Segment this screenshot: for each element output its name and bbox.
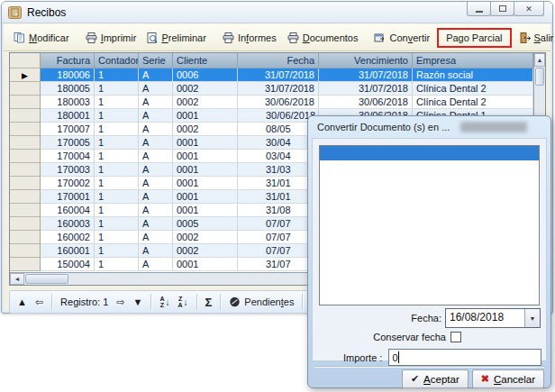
row-selector[interactable]: ▶ — [10, 136, 41, 150]
aceptar-button[interactable]: ✔ Aceptar — [402, 369, 469, 388]
salir-button[interactable]: Salir — [514, 29, 555, 47]
list-item[interactable] — [320, 175, 539, 189]
modificar-label: Modificar — [29, 32, 69, 43]
row-selector[interactable]: ▶ — [10, 231, 41, 244]
row-selector[interactable]: ▶ — [10, 68, 41, 82]
cell-factura: 180005 — [41, 82, 95, 96]
list-item[interactable] — [320, 146, 539, 160]
stamp-icon — [229, 296, 241, 307]
cancelar-button[interactable]: ✖ Cancelar — [472, 369, 544, 388]
navbar-separator — [150, 294, 151, 310]
minimize-button[interactable] — [467, 2, 491, 16]
conversion-options-listbox[interactable] — [319, 145, 540, 305]
previous-record-button[interactable]: ⇦ — [35, 296, 43, 308]
documentos-button[interactable]: Documentos — [282, 29, 364, 47]
header-factura[interactable]: Factura — [41, 53, 95, 68]
row-selector[interactable]: ▶ — [10, 177, 41, 190]
sort-ascending-button[interactable]: AZ ↓ — [159, 296, 169, 308]
cell-contador: 1 — [95, 244, 139, 258]
fecha-value[interactable]: 16/08/2018 — [446, 309, 524, 327]
horizontal-scroll-thumb[interactable] — [25, 274, 68, 284]
sort-descending-button[interactable]: ZA ↓ — [177, 296, 187, 308]
check-icon: ✔ — [411, 373, 419, 385]
cell-contador: 1 — [95, 96, 139, 109]
cell-factura: 170005 — [41, 136, 95, 150]
informes-label: Informes — [238, 32, 277, 43]
cell-factura: 160002 — [41, 231, 95, 244]
window-title: Recibos — [27, 6, 66, 19]
modificar-button[interactable]: Modificar — [8, 28, 75, 47]
header-vencimiento[interactable]: Vencimiento — [319, 53, 413, 68]
row-selector[interactable]: ▶ — [10, 204, 41, 217]
cell-factura: 180003 — [41, 96, 95, 109]
red-highlight-annotation: Pago Parcial — [437, 28, 511, 48]
row-selector[interactable]: ▶ — [10, 163, 41, 177]
table-row[interactable]: ▶ 180003 1 A 0002 30/06/2018 30/06/2018 … — [10, 96, 533, 109]
cell-cliente: 0002 — [173, 231, 238, 244]
close-button[interactable]: ✕ — [514, 2, 544, 16]
redacted-text — [460, 122, 527, 132]
row-selector[interactable]: ▶ — [10, 109, 41, 123]
cell-vencimiento: 30/06/2018 — [319, 96, 413, 109]
fecha-combobox[interactable]: 16/08/2018 ▼ — [445, 308, 541, 328]
window-controls: ✕ — [468, 2, 544, 16]
recibos-app-icon — [8, 6, 22, 19]
cell-cliente: 0006 — [173, 68, 238, 82]
print-preview-icon — [147, 32, 158, 43]
last-record-button[interactable]: ▼ — [133, 296, 143, 307]
navbar-separator — [302, 294, 303, 310]
cell-contador: 1 — [95, 217, 139, 231]
titlebar[interactable]: Recibos ✕ — [2, 2, 552, 23]
printer-icon — [86, 32, 97, 43]
informes-button[interactable]: Informes — [217, 29, 282, 47]
next-record-button[interactable]: ⇨ — [116, 296, 124, 308]
cell-contador: 1 — [95, 231, 139, 244]
restore-button[interactable] — [490, 2, 514, 16]
conservar-fecha-checkbox[interactable] — [450, 332, 461, 342]
convertir-documento-dialog: Convertir Documento (s) en ... Fecha: 16… — [307, 115, 551, 388]
scroll-left-icon[interactable]: ◄ — [10, 273, 24, 285]
header-fecha[interactable]: Fecha — [238, 53, 319, 68]
preliminar-button[interactable]: Preliminar — [141, 29, 212, 47]
row-selector[interactable]: ▶ — [10, 82, 41, 96]
pago-parcial-button[interactable]: Pago Parcial — [439, 30, 509, 46]
cell-cliente: 0001 — [173, 258, 238, 271]
cell-factura: 170003 — [41, 163, 95, 177]
dialog-titlebar[interactable]: Convertir Documento (s) en ... — [308, 116, 550, 137]
header-contador[interactable]: Contador — [95, 53, 139, 68]
row-selector[interactable]: ▶ — [10, 217, 41, 231]
row-selector[interactable]: ▶ — [10, 123, 41, 136]
importe-input[interactable]: 0 — [388, 349, 541, 366]
cell-contador: 1 — [95, 123, 139, 136]
header-cliente[interactable]: Cliente — [173, 53, 238, 68]
cell-serie: A — [139, 96, 173, 109]
pendientes-button[interactable]: Pendientes — [229, 296, 294, 307]
header-empresa[interactable]: Empresa — [413, 53, 533, 68]
row-selector[interactable]: ▶ — [10, 244, 41, 258]
cell-serie: A — [139, 258, 173, 271]
cell-serie: A — [139, 68, 173, 82]
row-selector[interactable]: ▶ — [10, 96, 41, 109]
sum-button[interactable]: Σ — [205, 296, 213, 309]
chevron-down-icon[interactable]: ▼ — [524, 309, 540, 327]
convertir-button[interactable]: Convertir — [368, 29, 435, 47]
minimize-icon — [476, 11, 483, 13]
conservar-fecha-label: Conservar fecha — [373, 332, 446, 342]
first-record-button[interactable]: ▲ — [17, 296, 27, 307]
sort-desc-icon: ZA — [177, 296, 182, 308]
table-row[interactable]: ▶ 180005 1 A 0002 31/07/2018 31/07/2018 … — [10, 82, 533, 96]
cell-serie: A — [139, 109, 173, 123]
imprimir-button[interactable]: Imprimir — [80, 29, 142, 47]
cell-vencimiento: 31/07/2018 — [319, 82, 413, 96]
row-selector[interactable]: ▶ — [10, 190, 41, 204]
table-row[interactable]: ▶ 180006 1 A 0006 31/07/2018 31/07/2018 … — [10, 68, 533, 82]
row-selector[interactable]: ▶ — [10, 150, 41, 163]
scroll-up-icon[interactable]: ▲ — [534, 53, 545, 67]
cell-cliente: 0002 — [173, 244, 238, 258]
vertical-scroll-thumb[interactable] — [535, 68, 544, 86]
cell-factura: 160001 — [41, 244, 95, 258]
header-serie[interactable]: Serie — [139, 53, 173, 68]
list-item[interactable] — [320, 160, 539, 175]
row-selector[interactable]: ▶ — [10, 258, 41, 271]
text-caret — [398, 351, 399, 363]
